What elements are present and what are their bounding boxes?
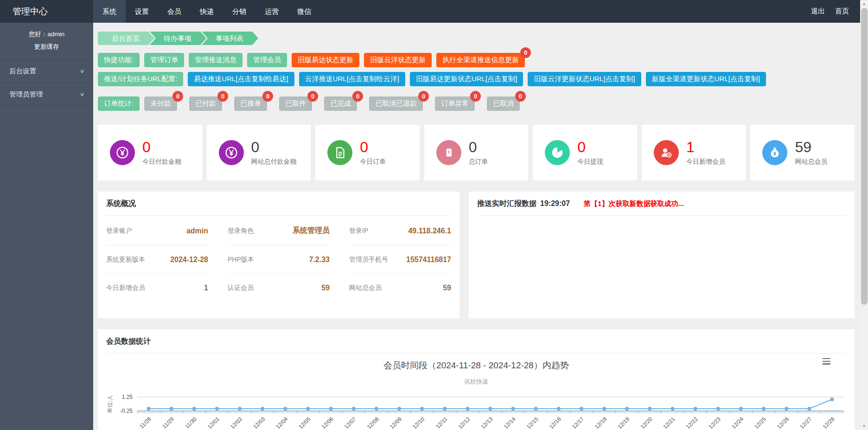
nav-item-4[interactable]: 分销	[223, 0, 255, 23]
svg-text:11/28: 11/28	[138, 416, 153, 430]
svg-text:12/07: 12/07	[343, 416, 357, 430]
svg-text:单位:人: 单位:人	[107, 395, 113, 413]
url-config-row: 推送/计划任务URL配置:易达推送URL[点击复制给易达]云洋推送URL[点击复…	[98, 72, 855, 86]
svg-text:11/30: 11/30	[184, 416, 198, 430]
order-status-badge-7[interactable]: 已取消0	[487, 96, 520, 111]
svg-text:1.25: 1.25	[122, 394, 133, 400]
badge-count: 0	[217, 91, 228, 102]
svg-text:11/29: 11/29	[161, 416, 175, 430]
nav-item-0[interactable]: 系统	[93, 0, 126, 23]
svg-text:12/24: 12/24	[730, 416, 745, 430]
order-status-badge-5[interactable]: 已取消已退款0	[369, 96, 423, 111]
stat-card-label: 网站总会员	[795, 158, 827, 166]
order-status-badge-3[interactable]: 已取件0	[279, 96, 312, 111]
chevron-down-icon: ∨	[79, 68, 84, 74]
quick-action-button-0[interactable]: 管理订单	[144, 53, 184, 67]
order-status-badge-6[interactable]: 订单异常0	[435, 96, 475, 111]
chart-menu-icon[interactable]	[823, 358, 830, 366]
chart-subtitle: 讯软快递	[98, 378, 855, 386]
badge-count: 0	[262, 91, 273, 102]
member-stats-panel: 会员数据统计 会员时间段（2024-11-28 - 2024-12-28）内趋势…	[98, 329, 855, 430]
stat-card-value: 0	[251, 139, 297, 155]
logout-link[interactable]: 退出	[806, 7, 830, 16]
stat-card-3: 0总订单	[424, 125, 529, 180]
overview-body: 登录账户admin登录角色系统管理员登录IP49.118.246.1系统更新版本…	[98, 216, 460, 302]
user-add-icon	[654, 140, 679, 165]
order-status-badge-4[interactable]: 已完成0	[324, 96, 357, 111]
copy-url-button-4[interactable]: 新版全渠道更新状态URL[点击复制]	[646, 72, 766, 86]
nav-item-1[interactable]: 设置	[126, 0, 158, 23]
stat-card-body: 59网站总会员	[795, 139, 827, 166]
quick-action-button-2[interactable]: 管理会员	[247, 53, 287, 67]
svg-text:12/14: 12/14	[503, 416, 517, 430]
svg-text:12/04: 12/04	[274, 416, 289, 430]
breadcrumb-item-1[interactable]: 待办事项	[150, 32, 206, 45]
sidebar-item-label: 管理员管理	[9, 90, 43, 99]
svg-text:12/02: 12/02	[229, 416, 243, 430]
svg-text:12/08: 12/08	[366, 416, 380, 430]
status-update-button-2[interactable]: 执行全渠道推送信息更新0	[436, 53, 525, 67]
breadcrumb-item-2[interactable]: 事项列表	[202, 32, 258, 45]
order-status-badge-1[interactable]: 已付款0	[189, 96, 222, 111]
overview-field-label: 管理员手机号	[349, 256, 388, 264]
overview-field-label: 网站总会员	[349, 284, 382, 292]
sidebar-item-1[interactable]: 管理员管理∨	[0, 83, 93, 106]
overview-field: PHP版本7.2.33	[228, 245, 330, 274]
push-title: 推送实时汇报数据	[477, 199, 536, 209]
overview-field-label: 认证会员	[228, 284, 254, 292]
home-link[interactable]: 首页	[830, 7, 854, 16]
copy-url-button-2[interactable]: 旧版易达更新状态URL[点击复制]	[410, 72, 523, 86]
svg-text:12/19: 12/19	[616, 416, 631, 430]
refresh-cache-link[interactable]: 更新缓存	[0, 41, 93, 59]
nav-item-5[interactable]: 运营	[255, 0, 288, 23]
order-status-badge-0[interactable]: 未付款0	[144, 96, 177, 111]
stat-card-label: 今日提现	[577, 158, 603, 166]
stat-card-value: 0	[469, 139, 488, 155]
overview-field-value: 59	[321, 284, 330, 292]
svg-text:12/26: 12/26	[776, 416, 790, 430]
order-status-badge-2[interactable]: 已接单0	[234, 96, 267, 111]
sidebar-item-label: 后台设置	[9, 67, 36, 76]
overview-field-label: 登录角色	[228, 227, 254, 235]
scrollbar-thumb[interactable]	[861, 8, 868, 305]
badge-count: 0	[307, 91, 318, 102]
stat-card-label: 总订单	[469, 158, 488, 166]
svg-text:12/27: 12/27	[798, 416, 813, 430]
sidebar-item-0[interactable]: 后台设置∨	[0, 60, 93, 83]
copy-url-button-1[interactable]: 云洋推送URL[点击复制给云洋]	[299, 72, 405, 86]
svg-text:12/11: 12/11	[434, 416, 449, 430]
scrollbar-down-arrow[interactable]: ▼	[860, 422, 868, 430]
svg-text:12/13: 12/13	[479, 416, 494, 430]
overview-field-value: 系统管理员	[293, 226, 330, 236]
quick-action-button-1[interactable]: 管理推送消息	[189, 53, 243, 67]
overview-field-value: 7.2.33	[309, 256, 330, 264]
pie-icon	[545, 140, 570, 165]
stat-card-1: 0网站总付款金额	[207, 125, 311, 180]
copy-url-button-0[interactable]: 易达推送URL[点击复制给易达]	[188, 72, 294, 86]
badge-count: 0	[515, 91, 526, 102]
copy-url-button-3[interactable]: 旧版云洋更新状态URL[点击复制]	[528, 72, 641, 86]
svg-text:12/20: 12/20	[639, 416, 653, 430]
stat-card-label: 今日付款金额	[142, 158, 181, 166]
scrollbar-up-arrow[interactable]: ▲	[860, 0, 868, 8]
page-scrollbar[interactable]: ▲ ▼	[860, 0, 868, 430]
nav-item-2[interactable]: 会员	[158, 0, 191, 23]
svg-text:12/25: 12/25	[753, 416, 767, 430]
nav-right: 退出 首页	[806, 0, 868, 23]
nav-item-6[interactable]: 微信	[288, 0, 320, 23]
breadcrumb-item-0[interactable]: 后台首页	[98, 32, 154, 45]
stat-card-label: 今日订单	[360, 158, 386, 166]
overview-field-label: PHP版本	[228, 256, 254, 264]
app-brand: 管理中心	[0, 0, 93, 23]
url-config-label: 推送/计划任务URL配置:	[98, 72, 183, 86]
stat-card-4: 0今日提现	[533, 125, 637, 180]
member-stats-title: 会员数据统计	[106, 329, 846, 353]
money-bag-icon	[762, 140, 787, 165]
status-update-button-0[interactable]: 旧版易达状态更新	[292, 53, 359, 67]
stat-card-body: 0总订单	[469, 139, 488, 166]
quick-actions-label: 快捷功能:	[98, 53, 140, 67]
push-message: 第【1】次获取新数据获取成功...	[584, 199, 684, 208]
nav-item-3[interactable]: 快递	[191, 0, 223, 23]
stat-card-2: 0今日订单	[315, 125, 420, 180]
status-update-button-1[interactable]: 旧版云洋状态更新	[364, 53, 432, 67]
